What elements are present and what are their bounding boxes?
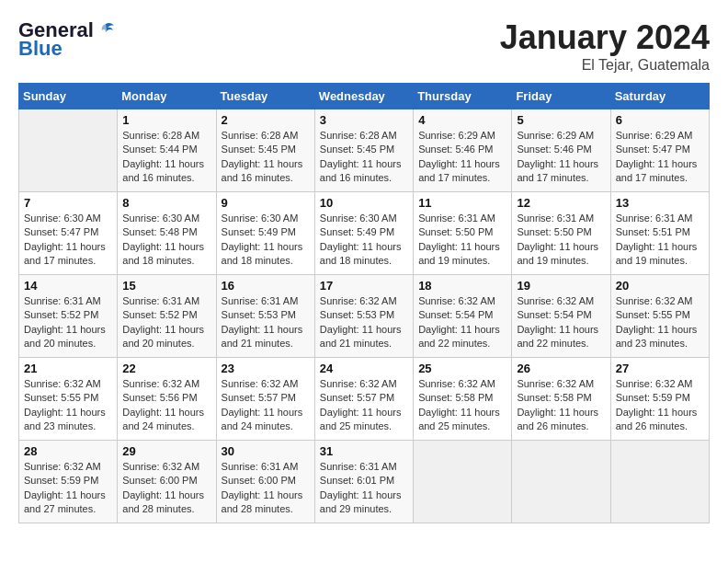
weekday-header-tuesday: Tuesday bbox=[216, 84, 314, 109]
day-info: Sunrise: 6:32 AM Sunset: 5:54 PM Dayligh… bbox=[517, 294, 605, 351]
day-number: 10 bbox=[320, 196, 408, 210]
day-number: 16 bbox=[222, 279, 310, 293]
calendar-cell: 15Sunrise: 6:31 AM Sunset: 5:52 PM Dayli… bbox=[118, 275, 216, 358]
day-number: 29 bbox=[122, 444, 210, 458]
calendar-cell: 24Sunrise: 6:32 AM Sunset: 5:57 PM Dayli… bbox=[314, 358, 413, 441]
day-number: 13 bbox=[616, 196, 704, 210]
day-info: Sunrise: 6:32 AM Sunset: 5:59 PM Dayligh… bbox=[24, 460, 112, 517]
day-number: 18 bbox=[418, 279, 506, 293]
day-number: 14 bbox=[24, 279, 112, 293]
weekday-header-monday: Monday bbox=[118, 84, 216, 109]
day-number: 8 bbox=[122, 196, 210, 210]
day-info: Sunrise: 6:31 AM Sunset: 5:50 PM Dayligh… bbox=[517, 212, 605, 269]
day-info: Sunrise: 6:30 AM Sunset: 5:49 PM Dayligh… bbox=[320, 212, 408, 269]
weekday-header-sunday: Sunday bbox=[19, 84, 118, 109]
day-info: Sunrise: 6:30 AM Sunset: 5:47 PM Dayligh… bbox=[24, 212, 112, 269]
calendar-cell: 22Sunrise: 6:32 AM Sunset: 5:56 PM Dayli… bbox=[118, 358, 216, 441]
day-number: 1 bbox=[122, 113, 210, 127]
day-number: 4 bbox=[418, 113, 506, 127]
day-number: 20 bbox=[616, 279, 704, 293]
calendar-cell: 6Sunrise: 6:29 AM Sunset: 5:47 PM Daylig… bbox=[610, 109, 709, 192]
calendar-cell: 5Sunrise: 6:29 AM Sunset: 5:46 PM Daylig… bbox=[512, 109, 610, 192]
calendar-cell: 29Sunrise: 6:32 AM Sunset: 6:00 PM Dayli… bbox=[118, 441, 216, 523]
calendar-cell: 21Sunrise: 6:32 AM Sunset: 5:55 PM Dayli… bbox=[19, 358, 118, 441]
weekday-header-saturday: Saturday bbox=[610, 84, 709, 109]
day-info: Sunrise: 6:32 AM Sunset: 5:55 PM Dayligh… bbox=[24, 377, 112, 434]
month-title: January 2024 bbox=[500, 18, 710, 57]
calendar-cell: 10Sunrise: 6:30 AM Sunset: 5:49 PM Dayli… bbox=[314, 192, 413, 275]
day-number: 7 bbox=[24, 196, 112, 210]
day-info: Sunrise: 6:32 AM Sunset: 5:53 PM Dayligh… bbox=[320, 294, 408, 351]
day-info: Sunrise: 6:32 AM Sunset: 5:57 PM Dayligh… bbox=[320, 377, 408, 434]
day-number: 26 bbox=[517, 362, 605, 375]
calendar-cell bbox=[610, 441, 709, 523]
calendar-cell: 9Sunrise: 6:30 AM Sunset: 5:49 PM Daylig… bbox=[216, 192, 314, 275]
calendar-cell: 26Sunrise: 6:32 AM Sunset: 5:58 PM Dayli… bbox=[512, 358, 610, 441]
day-number: 2 bbox=[222, 113, 310, 127]
day-info: Sunrise: 6:31 AM Sunset: 6:00 PM Dayligh… bbox=[222, 460, 310, 517]
day-info: Sunrise: 6:31 AM Sunset: 6:01 PM Dayligh… bbox=[320, 460, 408, 517]
logo: General Blue bbox=[18, 18, 116, 61]
calendar-cell bbox=[19, 109, 118, 192]
day-info: Sunrise: 6:28 AM Sunset: 5:44 PM Dayligh… bbox=[122, 129, 210, 186]
weekday-header-friday: Friday bbox=[512, 84, 610, 109]
weekday-header-thursday: Thursday bbox=[414, 84, 512, 109]
calendar-week-row: 28Sunrise: 6:32 AM Sunset: 5:59 PM Dayli… bbox=[19, 441, 710, 523]
day-number: 3 bbox=[320, 113, 408, 127]
calendar-week-row: 7Sunrise: 6:30 AM Sunset: 5:47 PM Daylig… bbox=[19, 192, 710, 275]
day-info: Sunrise: 6:29 AM Sunset: 5:46 PM Dayligh… bbox=[418, 129, 506, 186]
day-number: 19 bbox=[517, 279, 605, 293]
calendar-cell: 27Sunrise: 6:32 AM Sunset: 5:59 PM Dayli… bbox=[610, 358, 709, 441]
day-info: Sunrise: 6:28 AM Sunset: 5:45 PM Dayligh… bbox=[320, 129, 408, 186]
day-info: Sunrise: 6:31 AM Sunset: 5:52 PM Dayligh… bbox=[24, 294, 112, 351]
day-number: 11 bbox=[418, 196, 506, 210]
calendar-week-row: 1Sunrise: 6:28 AM Sunset: 5:44 PM Daylig… bbox=[19, 109, 710, 192]
page-header: General Blue January 2024 El Tejar, Guat… bbox=[18, 18, 710, 74]
calendar-cell: 16Sunrise: 6:31 AM Sunset: 5:53 PM Dayli… bbox=[216, 275, 314, 358]
day-info: Sunrise: 6:32 AM Sunset: 5:59 PM Dayligh… bbox=[616, 377, 704, 434]
day-info: Sunrise: 6:32 AM Sunset: 5:58 PM Dayligh… bbox=[418, 377, 506, 434]
day-number: 30 bbox=[222, 444, 310, 458]
day-info: Sunrise: 6:32 AM Sunset: 6:00 PM Dayligh… bbox=[122, 460, 210, 517]
logo-bird-icon bbox=[96, 20, 116, 40]
calendar-cell: 23Sunrise: 6:32 AM Sunset: 5:57 PM Dayli… bbox=[216, 358, 314, 441]
day-info: Sunrise: 6:31 AM Sunset: 5:50 PM Dayligh… bbox=[418, 212, 506, 269]
calendar-table: SundayMondayTuesdayWednesdayThursdayFrid… bbox=[18, 83, 710, 523]
day-info: Sunrise: 6:31 AM Sunset: 5:53 PM Dayligh… bbox=[222, 294, 310, 351]
calendar-cell: 7Sunrise: 6:30 AM Sunset: 5:47 PM Daylig… bbox=[19, 192, 118, 275]
calendar-cell: 19Sunrise: 6:32 AM Sunset: 5:54 PM Dayli… bbox=[512, 275, 610, 358]
calendar-week-row: 21Sunrise: 6:32 AM Sunset: 5:55 PM Dayli… bbox=[19, 358, 710, 441]
day-number: 21 bbox=[24, 362, 112, 375]
calendar-cell: 12Sunrise: 6:31 AM Sunset: 5:50 PM Dayli… bbox=[512, 192, 610, 275]
calendar-cell: 30Sunrise: 6:31 AM Sunset: 6:00 PM Dayli… bbox=[216, 441, 314, 523]
day-info: Sunrise: 6:29 AM Sunset: 5:46 PM Dayligh… bbox=[517, 129, 605, 186]
logo-blue: Blue bbox=[18, 37, 63, 61]
day-number: 31 bbox=[320, 444, 408, 458]
calendar-cell bbox=[512, 441, 610, 523]
title-block: January 2024 El Tejar, Guatemala bbox=[500, 18, 710, 74]
day-number: 23 bbox=[222, 362, 310, 375]
calendar-cell: 28Sunrise: 6:32 AM Sunset: 5:59 PM Dayli… bbox=[19, 441, 118, 523]
day-number: 25 bbox=[418, 362, 506, 375]
calendar-cell: 8Sunrise: 6:30 AM Sunset: 5:48 PM Daylig… bbox=[118, 192, 216, 275]
calendar-cell: 31Sunrise: 6:31 AM Sunset: 6:01 PM Dayli… bbox=[314, 441, 413, 523]
calendar-cell: 3Sunrise: 6:28 AM Sunset: 5:45 PM Daylig… bbox=[314, 109, 413, 192]
day-number: 15 bbox=[122, 279, 210, 293]
calendar-cell: 13Sunrise: 6:31 AM Sunset: 5:51 PM Dayli… bbox=[610, 192, 709, 275]
day-number: 9 bbox=[222, 196, 310, 210]
calendar-cell: 17Sunrise: 6:32 AM Sunset: 5:53 PM Dayli… bbox=[314, 275, 413, 358]
day-number: 5 bbox=[517, 113, 605, 127]
day-info: Sunrise: 6:29 AM Sunset: 5:47 PM Dayligh… bbox=[616, 129, 704, 186]
day-info: Sunrise: 6:32 AM Sunset: 5:55 PM Dayligh… bbox=[616, 294, 704, 351]
day-number: 24 bbox=[320, 362, 408, 375]
calendar-cell bbox=[414, 441, 512, 523]
calendar-cell: 1Sunrise: 6:28 AM Sunset: 5:44 PM Daylig… bbox=[118, 109, 216, 192]
calendar-cell: 4Sunrise: 6:29 AM Sunset: 5:46 PM Daylig… bbox=[414, 109, 512, 192]
location: El Tejar, Guatemala bbox=[500, 57, 710, 74]
calendar-cell: 18Sunrise: 6:32 AM Sunset: 5:54 PM Dayli… bbox=[414, 275, 512, 358]
calendar-cell: 20Sunrise: 6:32 AM Sunset: 5:55 PM Dayli… bbox=[610, 275, 709, 358]
weekday-header-wednesday: Wednesday bbox=[314, 84, 413, 109]
day-info: Sunrise: 6:32 AM Sunset: 5:54 PM Dayligh… bbox=[418, 294, 506, 351]
day-number: 6 bbox=[616, 113, 704, 127]
day-info: Sunrise: 6:31 AM Sunset: 5:52 PM Dayligh… bbox=[122, 294, 210, 351]
